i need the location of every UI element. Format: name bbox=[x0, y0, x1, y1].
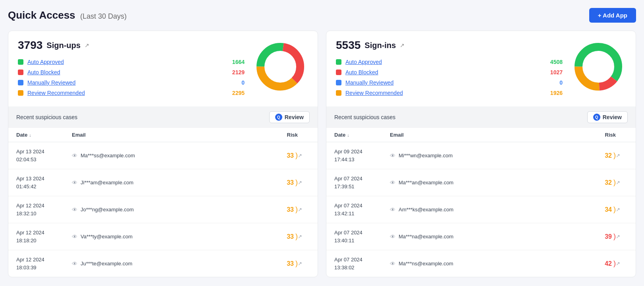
email-cell: 👁 Ji***am@example.com bbox=[72, 180, 258, 186]
cards-container: 3793 Sign-ups ↗ Auto Approved 1664 Auto … bbox=[8, 31, 636, 277]
stat-name[interactable]: Auto Approved bbox=[27, 59, 221, 65]
add-app-button[interactable]: + Add App bbox=[589, 8, 636, 23]
risk-value: 33 bbox=[287, 179, 294, 186]
signins-table-body: Apr 09 202417:44:13 👁 Mi***wn@example.co… bbox=[326, 142, 636, 277]
stat-name[interactable]: Auto Blocked bbox=[345, 69, 539, 75]
signups-review-button[interactable]: Q Review bbox=[269, 111, 310, 123]
row-action[interactable]: ↗ bbox=[616, 261, 628, 267]
row-action[interactable]: ↗ bbox=[616, 234, 628, 240]
signins-review-label: Review bbox=[603, 114, 622, 120]
risk-cell: 33 ) bbox=[258, 151, 298, 160]
email-cell: 👁 Am***ks@example.com bbox=[390, 207, 576, 213]
signins-review-icon: Q bbox=[593, 114, 600, 121]
row-action[interactable]: ↗ bbox=[298, 153, 310, 158]
stat-dot bbox=[336, 70, 341, 75]
email-value: Mi***wn@example.com bbox=[399, 153, 453, 158]
eye-icon: 👁 bbox=[390, 261, 395, 267]
eye-icon: 👁 bbox=[390, 180, 395, 186]
signups-date-sort[interactable]: ↓ bbox=[29, 133, 31, 137]
date-cell: Apr 13 202402:04:53 bbox=[16, 148, 72, 163]
email-cell: 👁 Mi***wn@example.com bbox=[390, 153, 576, 159]
eye-icon: 👁 bbox=[390, 153, 395, 159]
stat-row: Auto Approved 1664 bbox=[18, 59, 245, 65]
stat-value: 0 bbox=[225, 79, 245, 86]
stat-name[interactable]: Review Recommended bbox=[27, 90, 221, 96]
row-action[interactable]: ↗ bbox=[298, 261, 310, 267]
row-action[interactable]: ↗ bbox=[298, 234, 310, 240]
table-row: Apr 07 202413:40:11 👁 Ma***na@example.co… bbox=[326, 223, 636, 250]
stat-value: 0 bbox=[543, 79, 563, 86]
row-action[interactable]: ↗ bbox=[616, 207, 628, 213]
stat-name[interactable]: Manually Reviewed bbox=[345, 79, 539, 86]
stat-dot bbox=[336, 80, 341, 85]
signups-card: 3793 Sign-ups ↗ Auto Approved 1664 Auto … bbox=[8, 31, 318, 277]
signins-recent-title: Recent suspicious cases bbox=[334, 114, 395, 120]
email-value: Am***ks@example.com bbox=[399, 207, 453, 213]
signups-review-label: Review bbox=[285, 114, 304, 120]
signins-count: 5535 bbox=[336, 39, 361, 52]
signins-label: Sign-ins bbox=[364, 41, 396, 50]
eye-icon: 👁 bbox=[390, 207, 395, 213]
risk-cell: 42 ) bbox=[576, 259, 616, 268]
date-cell: Apr 07 202413:38:02 bbox=[334, 256, 390, 271]
row-action[interactable]: ↗ bbox=[298, 207, 310, 213]
risk-cell: 33 ) bbox=[258, 178, 298, 187]
stat-name[interactable]: Auto Approved bbox=[345, 59, 539, 65]
risk-value: 33 bbox=[287, 152, 294, 159]
stat-name[interactable]: Manually Reviewed bbox=[27, 79, 221, 86]
stat-dot bbox=[18, 59, 23, 65]
signups-col-risk: Risk bbox=[258, 132, 298, 138]
table-row: Apr 12 202418:18:20 👁 Va***ty@example.co… bbox=[8, 223, 318, 250]
stat-name[interactable]: Review Recommended bbox=[345, 90, 539, 96]
risk-cell: 34 ) bbox=[576, 205, 616, 214]
signups-recent-title: Recent suspicious cases bbox=[16, 114, 77, 120]
signins-external-icon[interactable]: ↗ bbox=[400, 42, 405, 48]
stat-row: Auto Blocked 1027 bbox=[336, 69, 563, 75]
risk-value: 33 bbox=[287, 260, 294, 267]
eye-icon: 👁 bbox=[72, 153, 77, 159]
signins-col-email: Email bbox=[390, 132, 576, 138]
risk-cell: 33 ) bbox=[258, 232, 298, 241]
svg-point-9 bbox=[584, 53, 612, 81]
email-value: Ji***am@example.com bbox=[81, 180, 133, 186]
row-action[interactable]: ↗ bbox=[616, 153, 628, 158]
stat-row: Manually Reviewed 0 bbox=[18, 79, 245, 86]
signups-donut bbox=[253, 39, 308, 95]
table-row: Apr 09 202417:44:13 👁 Mi***wn@example.co… bbox=[326, 142, 636, 169]
row-action[interactable]: ↗ bbox=[616, 180, 628, 186]
email-cell: 👁 Jo***ng@example.com bbox=[72, 207, 258, 213]
stat-value: 1926 bbox=[543, 90, 563, 96]
eye-icon: 👁 bbox=[72, 261, 77, 267]
signups-stat-rows: Auto Approved 1664 Auto Blocked 2129 Man… bbox=[18, 59, 245, 96]
stat-value: 1664 bbox=[225, 59, 245, 65]
email-cell: 👁 Ma***ss@example.com bbox=[72, 153, 258, 159]
stat-dot bbox=[18, 80, 23, 85]
stat-value: 1027 bbox=[543, 69, 563, 75]
signups-external-icon[interactable]: ↗ bbox=[85, 42, 89, 48]
stat-value: 2295 bbox=[225, 90, 245, 96]
svg-point-4 bbox=[266, 53, 294, 81]
risk-value: 32 bbox=[605, 152, 612, 159]
signups-col-date: Date ↓ bbox=[16, 132, 72, 138]
risk-cell: 33 ) bbox=[258, 205, 298, 214]
email-cell: 👁 Ma***an@example.com bbox=[390, 180, 576, 186]
risk-cell: 32 ) bbox=[576, 178, 616, 187]
risk-value: 39 bbox=[605, 233, 612, 240]
date-cell: Apr 07 202417:39:51 bbox=[334, 175, 390, 190]
signins-date-sort[interactable]: ↓ bbox=[347, 133, 349, 137]
signups-headline: 3793 Sign-ups ↗ bbox=[18, 39, 245, 52]
table-row: Apr 13 202402:04:53 👁 Ma***ss@example.co… bbox=[8, 142, 318, 169]
email-cell: 👁 Ju***te@example.com bbox=[72, 261, 258, 267]
signups-col-action bbox=[298, 132, 310, 138]
table-row: Apr 07 202413:42:11 👁 Am***ks@example.co… bbox=[326, 196, 636, 223]
signins-review-button[interactable]: Q Review bbox=[587, 111, 628, 123]
eye-icon: 👁 bbox=[72, 180, 77, 186]
page-header: Quick Access (Last 30 Days) + Add App bbox=[8, 8, 636, 23]
signups-review-icon: Q bbox=[275, 114, 282, 121]
signins-stats: 5535 Sign-ins ↗ Auto Approved 4508 Auto … bbox=[336, 39, 563, 100]
row-action[interactable]: ↗ bbox=[298, 180, 310, 186]
stat-name[interactable]: Auto Blocked bbox=[27, 69, 221, 75]
date-cell: Apr 09 202417:44:13 bbox=[334, 148, 390, 163]
signins-table-header: Date ↓ Email Risk bbox=[326, 128, 636, 142]
risk-value: 34 bbox=[605, 206, 612, 213]
